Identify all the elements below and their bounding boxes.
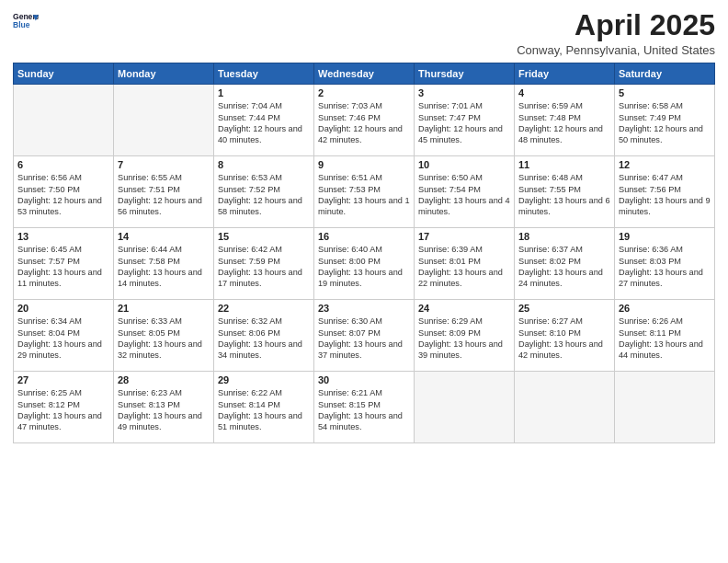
day-number: 9 bbox=[318, 159, 410, 170]
weekday-header-row: SundayMondayTuesdayWednesdayThursdayFrid… bbox=[14, 63, 715, 85]
calendar-cell: 25Sunrise: 6:27 AMSunset: 8:10 PMDayligh… bbox=[515, 300, 615, 372]
calendar-week-row: 6Sunrise: 6:56 AMSunset: 7:50 PMDaylight… bbox=[14, 156, 715, 228]
weekday-header: Tuesday bbox=[214, 63, 314, 85]
day-detail: Sunrise: 7:01 AMSunset: 7:47 PMDaylight:… bbox=[418, 100, 510, 146]
day-detail: Sunrise: 6:44 AMSunset: 7:58 PMDaylight:… bbox=[118, 244, 210, 290]
calendar-cell: 24Sunrise: 6:29 AMSunset: 8:09 PMDayligh… bbox=[415, 300, 515, 372]
weekday-header: Wednesday bbox=[314, 63, 415, 85]
day-detail: Sunrise: 6:25 AMSunset: 8:12 PMDaylight:… bbox=[17, 387, 109, 433]
calendar-cell: 21Sunrise: 6:33 AMSunset: 8:05 PMDayligh… bbox=[114, 300, 214, 372]
month-title: April 2025 bbox=[517, 9, 715, 41]
calendar-cell bbox=[515, 372, 615, 443]
header: General Blue April 2025 Conway, Pennsylv… bbox=[13, 9, 715, 57]
day-number: 29 bbox=[218, 374, 310, 385]
calendar-cell: 18Sunrise: 6:37 AMSunset: 8:02 PMDayligh… bbox=[515, 228, 615, 300]
day-number: 24 bbox=[418, 303, 510, 314]
day-detail: Sunrise: 6:26 AMSunset: 8:11 PMDaylight:… bbox=[619, 316, 711, 362]
logo: General Blue bbox=[13, 9, 39, 35]
calendar-cell: 12Sunrise: 6:47 AMSunset: 7:56 PMDayligh… bbox=[615, 156, 715, 228]
calendar-cell: 20Sunrise: 6:34 AMSunset: 8:04 PMDayligh… bbox=[14, 300, 114, 372]
day-number: 12 bbox=[619, 159, 711, 170]
day-detail: Sunrise: 6:22 AMSunset: 8:14 PMDaylight:… bbox=[218, 387, 310, 433]
calendar-cell: 19Sunrise: 6:36 AMSunset: 8:03 PMDayligh… bbox=[615, 228, 715, 300]
calendar-cell: 30Sunrise: 6:21 AMSunset: 8:15 PMDayligh… bbox=[314, 372, 415, 443]
calendar-cell bbox=[615, 372, 715, 443]
day-number: 30 bbox=[318, 374, 410, 385]
calendar-cell: 10Sunrise: 6:50 AMSunset: 7:54 PMDayligh… bbox=[415, 156, 515, 228]
calendar-cell: 27Sunrise: 6:25 AMSunset: 8:12 PMDayligh… bbox=[14, 372, 114, 443]
day-detail: Sunrise: 6:45 AMSunset: 7:57 PMDaylight:… bbox=[17, 244, 109, 290]
day-detail: Sunrise: 6:47 AMSunset: 7:56 PMDaylight:… bbox=[619, 172, 711, 218]
day-detail: Sunrise: 7:03 AMSunset: 7:46 PMDaylight:… bbox=[318, 100, 410, 146]
day-detail: Sunrise: 6:53 AMSunset: 7:52 PMDaylight:… bbox=[218, 172, 310, 218]
day-detail: Sunrise: 6:42 AMSunset: 7:59 PMDaylight:… bbox=[218, 244, 310, 290]
calendar-cell: 1Sunrise: 7:04 AMSunset: 7:44 PMDaylight… bbox=[214, 85, 314, 156]
day-detail: Sunrise: 6:55 AMSunset: 7:51 PMDaylight:… bbox=[118, 172, 210, 218]
day-number: 6 bbox=[17, 159, 109, 170]
day-detail: Sunrise: 6:30 AMSunset: 8:07 PMDaylight:… bbox=[318, 316, 410, 362]
day-detail: Sunrise: 6:33 AMSunset: 8:05 PMDaylight:… bbox=[118, 316, 210, 362]
weekday-header: Monday bbox=[114, 63, 214, 85]
calendar-cell: 17Sunrise: 6:39 AMSunset: 8:01 PMDayligh… bbox=[415, 228, 515, 300]
day-detail: Sunrise: 6:37 AMSunset: 8:02 PMDaylight:… bbox=[518, 244, 610, 290]
day-number: 28 bbox=[118, 374, 210, 385]
calendar-cell: 2Sunrise: 7:03 AMSunset: 7:46 PMDaylight… bbox=[314, 85, 415, 156]
day-number: 3 bbox=[418, 87, 510, 98]
day-number: 4 bbox=[518, 87, 610, 98]
day-detail: Sunrise: 7:04 AMSunset: 7:44 PMDaylight:… bbox=[218, 100, 310, 146]
day-number: 10 bbox=[418, 159, 510, 170]
calendar-cell: 15Sunrise: 6:42 AMSunset: 7:59 PMDayligh… bbox=[214, 228, 314, 300]
day-number: 25 bbox=[518, 303, 610, 314]
calendar-cell: 9Sunrise: 6:51 AMSunset: 7:53 PMDaylight… bbox=[314, 156, 415, 228]
day-number: 8 bbox=[218, 159, 310, 170]
calendar-cell: 5Sunrise: 6:58 AMSunset: 7:49 PMDaylight… bbox=[615, 85, 715, 156]
day-detail: Sunrise: 6:29 AMSunset: 8:09 PMDaylight:… bbox=[418, 316, 510, 362]
day-detail: Sunrise: 6:36 AMSunset: 8:03 PMDaylight:… bbox=[619, 244, 711, 290]
day-number: 27 bbox=[17, 374, 109, 385]
day-detail: Sunrise: 6:51 AMSunset: 7:53 PMDaylight:… bbox=[318, 172, 410, 218]
day-detail: Sunrise: 6:50 AMSunset: 7:54 PMDaylight:… bbox=[418, 172, 510, 218]
day-number: 7 bbox=[118, 159, 210, 170]
calendar-cell: 16Sunrise: 6:40 AMSunset: 8:00 PMDayligh… bbox=[314, 228, 415, 300]
weekday-header: Thursday bbox=[415, 63, 515, 85]
day-number: 1 bbox=[218, 87, 310, 98]
day-detail: Sunrise: 6:40 AMSunset: 8:00 PMDaylight:… bbox=[318, 244, 410, 290]
calendar-cell: 11Sunrise: 6:48 AMSunset: 7:55 PMDayligh… bbox=[515, 156, 615, 228]
day-number: 11 bbox=[518, 159, 610, 170]
day-number: 18 bbox=[518, 231, 610, 242]
weekday-header: Saturday bbox=[615, 63, 715, 85]
day-number: 23 bbox=[318, 303, 410, 314]
day-number: 15 bbox=[218, 231, 310, 242]
location: Conway, Pennsylvania, United States bbox=[517, 43, 715, 57]
calendar-cell: 6Sunrise: 6:56 AMSunset: 7:50 PMDaylight… bbox=[14, 156, 114, 228]
calendar-cell: 13Sunrise: 6:45 AMSunset: 7:57 PMDayligh… bbox=[14, 228, 114, 300]
day-detail: Sunrise: 6:34 AMSunset: 8:04 PMDaylight:… bbox=[17, 316, 109, 362]
day-number: 14 bbox=[118, 231, 210, 242]
calendar-cell: 22Sunrise: 6:32 AMSunset: 8:06 PMDayligh… bbox=[214, 300, 314, 372]
day-detail: Sunrise: 6:59 AMSunset: 7:48 PMDaylight:… bbox=[518, 100, 610, 146]
title-block: April 2025 Conway, Pennsylvania, United … bbox=[517, 9, 715, 57]
weekday-header: Friday bbox=[515, 63, 615, 85]
day-number: 26 bbox=[619, 303, 711, 314]
calendar-cell: 3Sunrise: 7:01 AMSunset: 7:47 PMDaylight… bbox=[415, 85, 515, 156]
calendar-cell bbox=[114, 85, 214, 156]
day-detail: Sunrise: 6:23 AMSunset: 8:13 PMDaylight:… bbox=[118, 387, 210, 433]
day-number: 2 bbox=[318, 87, 410, 98]
day-number: 16 bbox=[318, 231, 410, 242]
weekday-header: Sunday bbox=[14, 63, 114, 85]
calendar-cell: 26Sunrise: 6:26 AMSunset: 8:11 PMDayligh… bbox=[615, 300, 715, 372]
day-number: 22 bbox=[218, 303, 310, 314]
calendar-cell bbox=[415, 372, 515, 443]
day-detail: Sunrise: 6:21 AMSunset: 8:15 PMDaylight:… bbox=[318, 387, 410, 433]
day-detail: Sunrise: 6:48 AMSunset: 7:55 PMDaylight:… bbox=[518, 172, 610, 218]
day-number: 17 bbox=[418, 231, 510, 242]
day-number: 21 bbox=[118, 303, 210, 314]
day-detail: Sunrise: 6:58 AMSunset: 7:49 PMDaylight:… bbox=[619, 100, 711, 146]
calendar-cell: 7Sunrise: 6:55 AMSunset: 7:51 PMDaylight… bbox=[114, 156, 214, 228]
calendar-cell: 14Sunrise: 6:44 AMSunset: 7:58 PMDayligh… bbox=[114, 228, 214, 300]
day-number: 19 bbox=[619, 231, 711, 242]
calendar-cell: 4Sunrise: 6:59 AMSunset: 7:48 PMDaylight… bbox=[515, 85, 615, 156]
calendar-week-row: 13Sunrise: 6:45 AMSunset: 7:57 PMDayligh… bbox=[14, 228, 715, 300]
day-number: 5 bbox=[619, 87, 711, 98]
calendar-cell bbox=[14, 85, 114, 156]
